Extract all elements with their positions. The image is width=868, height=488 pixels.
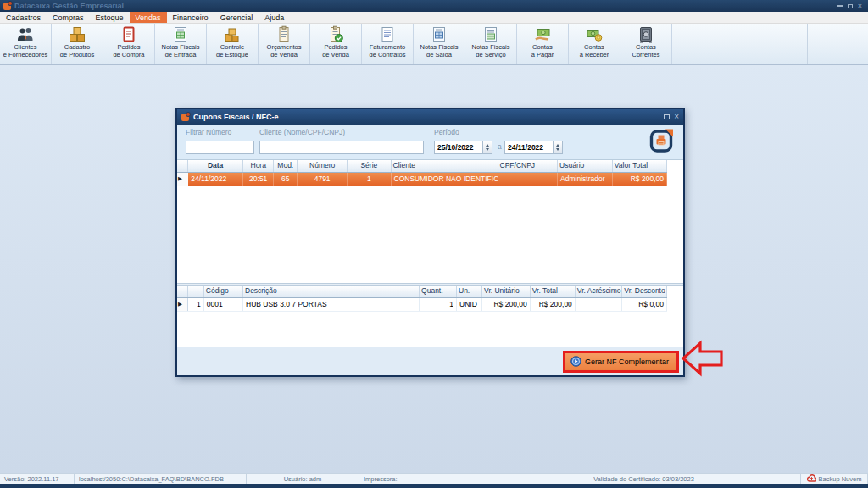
toolbar-empty-space — [672, 24, 868, 64]
menu-bar: CadastrosComprasEstoqueVendasFinanceiroG… — [0, 12, 868, 24]
service-invoice-icon — [481, 25, 500, 43]
toolbar-button-notas-fiscais-de-entrada[interactable]: Notas Fiscais de Entrada — [155, 24, 207, 64]
toolbar-button-pedidos-de-venda[interactable]: Pedidos de Venda — [310, 24, 362, 64]
status-usuario-adm: Usuário: adm — [247, 474, 359, 484]
menu-item-compras[interactable]: Compras — [47, 12, 90, 23]
toolbar-button-label: Notas Fiscais de Entrada — [161, 44, 199, 58]
close-icon[interactable]: × — [858, 3, 862, 10]
minimize-icon[interactable] — [837, 5, 843, 7]
items-grid-header: CódigoDescriçãoQuant.Un.Vr. UnitárioVr. … — [177, 286, 667, 298]
column-header-codigo[interactable]: Código — [204, 286, 243, 297]
status-localhost-3050-c-datacaixa-faq-bd-banco-fdb: localhost/3050:C:\Datacaixa_FAQ\BD\BANCO… — [75, 474, 247, 484]
toolbar-button-faturamento-de-contratos[interactable]: Faturamento de Contratos — [362, 24, 414, 64]
toolbar-button-cadastro-de-produtos[interactable]: Cadastro de Produtos — [52, 24, 103, 64]
status-text: Validade do Certificado: 03/03/2023 — [593, 475, 694, 483]
toolbar-button-contas-a-pagar[interactable]: Contas a Pagar — [517, 24, 569, 64]
column-header-numero[interactable]: Número — [298, 160, 348, 172]
cell-cpf-cnpj — [498, 173, 559, 186]
products-icon — [68, 25, 86, 43]
menu-item-estoque[interactable]: Estoque — [90, 12, 130, 23]
column-header-mod[interactable]: Mod. — [274, 160, 298, 172]
column-header-quant[interactable]: Quant. — [420, 286, 457, 297]
toolbar-button-contas-a-receber[interactable]: Contas a Receber — [569, 24, 620, 64]
toolbar-button-label: Orçamentos de Venda — [267, 44, 302, 58]
filter-number-input[interactable] — [186, 141, 254, 154]
status-validade-do-certificado-03-03-2023: Validade do Certificado: 03/03/2023 — [487, 474, 801, 484]
period-end-spinner[interactable] — [553, 141, 563, 154]
column-header-vr-unitario[interactable]: Vr. Unitário — [482, 286, 531, 297]
menu-item-ajuda[interactable]: Ajuda — [259, 12, 290, 23]
status-backup-nuvem[interactable]: Backup Nuvem — [801, 474, 868, 484]
period-end-value[interactable]: 24/11/2022 — [504, 141, 553, 154]
column-header-cliente[interactable]: Cliente — [392, 160, 498, 172]
column-header-valor-total[interactable]: Valor Total — [613, 160, 667, 172]
menu-item-financeiro[interactable]: Financeiro — [167, 12, 214, 23]
column-header-data[interactable]: Data — [188, 160, 243, 172]
toolbar: Clientes e FornecedoresCadastro de Produ… — [0, 24, 868, 65]
toolbar-button-contas-correntes[interactable]: Contas Correntes — [620, 24, 672, 64]
filter-client-input[interactable] — [259, 141, 424, 154]
cell-vr-desconto: R$ 0,00 — [622, 298, 667, 311]
sales-order-check-icon — [326, 25, 345, 43]
print-coupons-icon[interactable] — [648, 128, 675, 154]
dialog-close-icon[interactable]: × — [674, 113, 679, 121]
period-start-value[interactable]: 25/10/2022 — [434, 141, 482, 154]
status-bar: Versão: 2022.11.17localhost/3050:C:\Data… — [0, 473, 868, 484]
cell-codigo: 0001 — [204, 298, 243, 311]
coupons-grid-row[interactable]: ▶24/11/202220:516547911CONSUMIDOR NÃO ID… — [177, 173, 667, 186]
restore-icon[interactable] — [848, 4, 853, 8]
column-header-usuario[interactable]: Usuário — [558, 160, 613, 172]
coupons-grid-header: DataHoraMod.NúmeroSérieClienteCPF/CNPJUs… — [177, 160, 667, 173]
column-header-vr-desconto[interactable]: Vr. Desconto — [622, 286, 667, 297]
items-grid-row[interactable]: ▶10001HUB USB 3.0 7 PORTAS1UNIDR$ 200,00… — [177, 298, 667, 312]
items-grid: CódigoDescriçãoQuant.Un.Vr. UnitárioVr. … — [177, 286, 667, 312]
menu-item-cadastros[interactable]: Cadastros — [0, 12, 47, 23]
datacaixa-logo-icon — [3, 3, 11, 10]
menu-item-gerencial[interactable]: Gerencial — [214, 12, 259, 23]
purchase-clipboard-icon — [120, 25, 138, 43]
toolbar-button-label: Notas Fiscais de Saída — [420, 44, 458, 58]
vault-icon — [637, 25, 655, 43]
receive-money-icon — [585, 25, 604, 43]
status-text: localhost/3050:C:\Datacaixa_FAQ\BD\BANCO… — [79, 475, 224, 483]
toolbar-button-controle-de-estoque[interactable]: Controle de Estoque — [207, 24, 259, 64]
toolbar-button-pedidos-de-compra[interactable]: Pedidos de Compra — [103, 24, 155, 64]
toolbar-button-label: Controle de Estoque — [216, 44, 248, 58]
toolbar-button-label: Faturamento de Contratos — [370, 44, 406, 58]
cell-usuario: Administrador — [558, 173, 613, 186]
annotation-arrow-icon — [681, 340, 725, 377]
toolbar-button-label: Pedidos de Compra — [113, 44, 144, 58]
invoice-in-icon — [171, 25, 190, 43]
column-header-cpf-cnpj[interactable]: CPF/CNPJ — [498, 160, 559, 172]
backup-cloud-icon — [807, 474, 816, 484]
toolbar-button-label: Notas Fiscais de Serviço — [471, 44, 509, 58]
row-selector-cell: ▶ — [177, 173, 188, 186]
cupons-fiscais-window: Cupons Fiscais / NFC-e × Filtrar Número … — [175, 108, 685, 377]
status-text: Impressora: — [364, 475, 398, 483]
column-header-vr-acrescimo[interactable]: Vr. Acréscimo — [576, 286, 622, 297]
period-start-field[interactable]: 25/10/2022 — [434, 141, 492, 154]
gerar-nf-complementar-button[interactable]: Gerar NF Complementar — [563, 351, 679, 373]
column-header-vr-total[interactable]: Vr. Total — [531, 286, 576, 297]
period-end-field[interactable]: 24/11/2022 — [504, 141, 563, 154]
workspace-background: Cupons Fiscais / NFC-e × Filtrar Número … — [0, 65, 868, 473]
cell-hora: 20:51 — [243, 173, 274, 186]
toolbar-button-notas-fiscais-de-servico[interactable]: Notas Fiscais de Serviço — [465, 24, 517, 64]
play-icon — [570, 356, 581, 369]
dialog-titlebar[interactable]: Cupons Fiscais / NFC-e × — [177, 109, 683, 125]
app-title: Datacaixa Gestão Empresarial — [14, 2, 124, 10]
stock-boxes-icon — [223, 25, 242, 43]
dialog-title: Cupons Fiscais / NFC-e — [193, 113, 279, 121]
toolbar-button-orcamentos-de-venda[interactable]: Orçamentos de Venda — [259, 24, 310, 64]
column-header-descricao[interactable]: Descrição — [243, 286, 420, 297]
column-header-hora[interactable]: Hora — [243, 160, 274, 172]
dialog-footer: Gerar NF Complementar — [177, 347, 683, 375]
toolbar-button-clientes-e-fornecedores[interactable]: Clientes e Fornecedores — [0, 24, 52, 64]
toolbar-button-notas-fiscais-de-saida[interactable]: Notas Fiscais de Saída — [414, 24, 465, 64]
menu-item-vendas[interactable]: Vendas — [130, 12, 167, 23]
cell-cliente: CONSUMIDOR NÃO IDENTIFICADO — [392, 173, 498, 186]
column-header-un[interactable]: Un. — [457, 286, 482, 297]
column-header-serie[interactable]: Série — [348, 160, 391, 172]
dialog-maximize-icon[interactable] — [664, 114, 670, 119]
period-start-spinner[interactable] — [482, 141, 492, 154]
